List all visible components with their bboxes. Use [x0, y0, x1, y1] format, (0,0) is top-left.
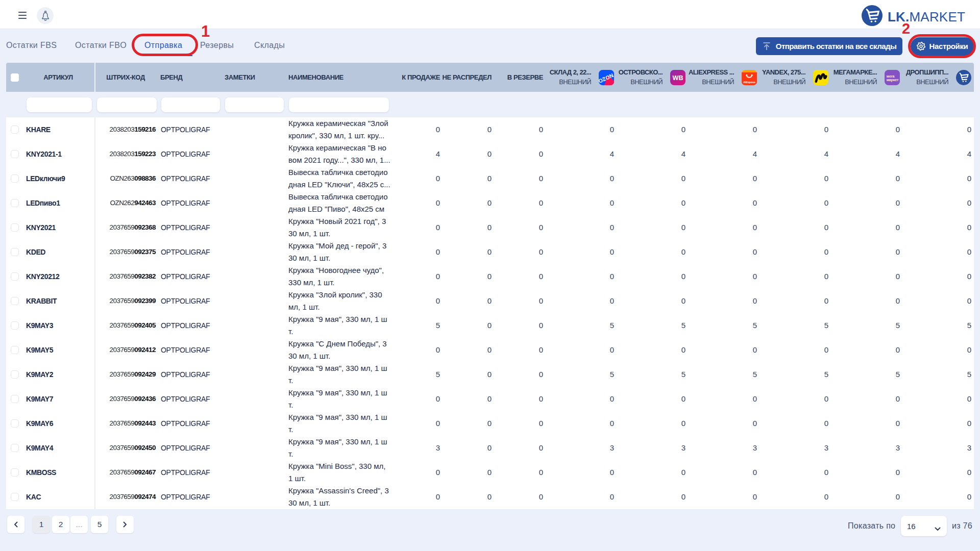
- svg-text:AliExpress: AliExpress: [743, 81, 755, 83]
- svg-text:WB: WB: [673, 74, 683, 81]
- svg-text:маркет: маркет: [887, 77, 899, 82]
